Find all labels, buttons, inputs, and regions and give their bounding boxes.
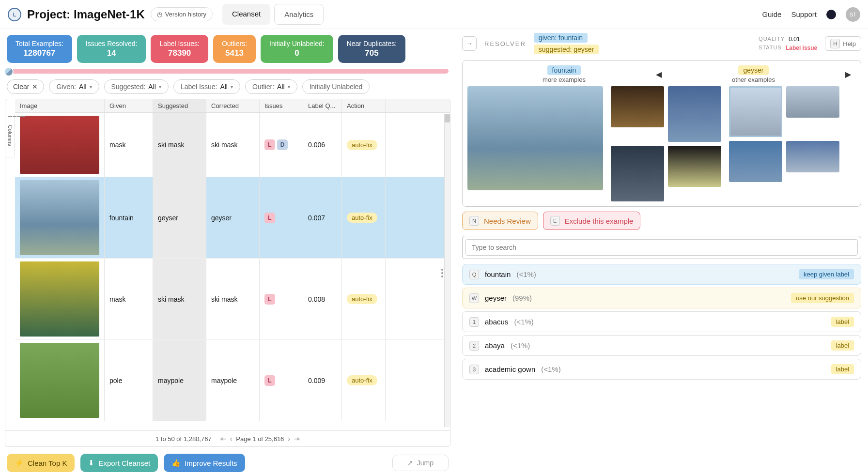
arrow-up-right-icon: ↗	[407, 459, 413, 467]
filter-initially-unlabeled[interactable]: Initially Unlabeled	[302, 79, 370, 94]
needs-review-button[interactable]: N Needs Review	[462, 212, 538, 230]
geyser-thumb[interactable]	[729, 86, 782, 137]
row-thumbnail[interactable]	[20, 116, 99, 174]
theme-toggle-icon[interactable]	[826, 10, 836, 19]
user-avatar[interactable]: ST	[846, 7, 860, 22]
stat-initially-unlabeled[interactable]: Initially Unlabeled: 0	[261, 35, 333, 63]
given-label-chip: given: fountain	[534, 33, 588, 43]
label-option[interactable]: W geyser (99%) use our suggestion	[462, 288, 861, 308]
col-action[interactable]: Action	[342, 99, 386, 112]
fountain-thumb[interactable]	[668, 146, 721, 187]
cell-quality: 0.007	[303, 177, 342, 258]
issue-badge-D: D	[277, 139, 288, 150]
clean-top-k-button[interactable]: ⚡ Clean Top K	[7, 454, 75, 472]
label-option[interactable]: 2 abaya (<1%) label	[462, 335, 861, 356]
guide-link[interactable]: Guide	[762, 10, 781, 18]
fountain-thumb[interactable]	[611, 86, 664, 127]
clock-icon: ◷	[157, 11, 162, 18]
version-history-button[interactable]: ◷ Version history	[151, 7, 213, 21]
prev-page-button[interactable]: ‹	[230, 435, 232, 443]
progress-marker-icon[interactable]	[4, 67, 14, 77]
first-page-button[interactable]: ⇤	[220, 435, 226, 443]
suggested-label-chip: suggested: geyser	[534, 45, 599, 54]
cell-given: mask	[105, 113, 153, 177]
chevron-down-icon: ▾	[288, 84, 290, 90]
page-indicator: Page 1 of 25,616	[236, 435, 284, 443]
last-page-button[interactable]: ⇥	[294, 435, 300, 443]
support-link[interactable]: Support	[791, 10, 817, 18]
cell-given: pole	[105, 340, 153, 421]
stat-outliers[interactable]: Outliers: 5413	[213, 35, 256, 63]
filter-outlier[interactable]: Outlier: All ▾	[245, 79, 297, 94]
prev-example-button[interactable]: ◀	[656, 70, 662, 79]
export-cleanset-button[interactable]: ⬇ Export Cleanset	[80, 454, 158, 472]
cell-corrected: geyser	[206, 177, 260, 258]
clear-filters-button[interactable]: Clear ✕	[7, 79, 44, 94]
table-row[interactable]: mask ski mask ski mask LD 0.006 auto-fix	[15, 113, 450, 177]
main-example-image[interactable]	[467, 86, 603, 190]
arrow-right-icon: →	[466, 40, 473, 47]
row-thumbnail[interactable]	[20, 261, 99, 337]
issue-badge-L: L	[264, 139, 275, 150]
cell-corrected: ski mask	[206, 113, 260, 177]
cell-corrected: maypole	[206, 340, 260, 421]
improve-results-button[interactable]: 👍 Improve Results	[164, 454, 245, 472]
cell-issues: L	[260, 340, 303, 421]
issue-badge-L: L	[264, 213, 275, 223]
tab-cleanset[interactable]: Cleanset	[222, 4, 270, 25]
label-option[interactable]: 1 abacus (<1%) label	[462, 311, 861, 332]
more-icon[interactable]	[441, 269, 443, 277]
fountain-thumb[interactable]	[611, 146, 664, 201]
columns-toggle[interactable]: Columns	[5, 114, 15, 157]
geyser-thumb[interactable]	[729, 141, 782, 182]
resolver-expand-button[interactable]: →	[462, 36, 477, 51]
label-search-input[interactable]	[465, 239, 858, 256]
cell-action: auto-fix	[342, 113, 386, 177]
row-thumbnail[interactable]	[20, 343, 99, 418]
col-issues[interactable]: Issues	[260, 99, 303, 112]
col-image[interactable]: Image	[15, 99, 105, 112]
cell-given: fountain	[105, 177, 153, 258]
filter-label-issue[interactable]: Label Issue: All ▾	[173, 79, 240, 94]
col-given[interactable]: Given	[105, 99, 153, 112]
cell-suggested: geyser	[153, 177, 206, 258]
geyser-thumb[interactable]	[786, 86, 839, 118]
cell-corrected: ski mask	[206, 259, 260, 339]
table-row[interactable]: mask ski mask ski mask L 0.008 auto-fix	[15, 259, 450, 340]
cell-issues: L	[260, 177, 303, 258]
geyser-thumb[interactable]	[786, 141, 839, 172]
col-suggested[interactable]: Suggested	[153, 99, 206, 112]
fountain-thumb[interactable]	[668, 86, 721, 142]
stat-label-issues[interactable]: Label Issues: 78390	[151, 35, 208, 63]
cell-suggested: maypole	[153, 340, 206, 421]
row-thumbnail[interactable]	[20, 180, 99, 255]
tab-analytics[interactable]: Analytics	[274, 4, 324, 25]
row-range: 1 to 50 of 1,280,767	[155, 435, 212, 443]
label-option[interactable]: Q fountain (<1%) keep given label	[462, 264, 861, 285]
cell-action: auto-fix	[342, 340, 386, 421]
col-quality[interactable]: Label Q...	[303, 99, 342, 112]
cell-quality: 0.006	[303, 113, 342, 177]
app-logo[interactable]: L	[8, 8, 21, 21]
download-icon: ⬇	[88, 459, 94, 467]
filter-suggested[interactable]: Suggested: All ▾	[104, 79, 169, 94]
compare-right-label: geyser	[738, 65, 768, 75]
filter-given[interactable]: Given: All ▾	[49, 79, 99, 94]
col-corrected[interactable]: Corrected	[206, 99, 260, 112]
exclude-example-button[interactable]: E Exclude this example	[543, 212, 641, 230]
progress-bar[interactable]	[7, 69, 449, 74]
cell-action: auto-fix	[342, 177, 386, 258]
next-page-button[interactable]: ›	[288, 435, 290, 443]
next-example-button[interactable]: ▶	[845, 70, 851, 79]
label-option[interactable]: 3 academic gown (<1%) label	[462, 359, 861, 380]
stat-total-examples[interactable]: Total Examples: 1280767	[7, 35, 72, 63]
stat-issues-resolved[interactable]: Issues Resolved: 14	[77, 35, 146, 63]
jump-button[interactable]: ↗ Jump	[392, 455, 449, 471]
project-title: Project: ImageNet-1K	[27, 8, 145, 21]
thumbs-up-icon: 👍	[171, 459, 181, 467]
table-row[interactable]: pole maypole maypole L 0.009 auto-fix	[15, 340, 450, 421]
stat-near-duplicates[interactable]: Near Duplicates: 705	[338, 35, 406, 63]
help-button[interactable]: H Help	[825, 36, 861, 51]
table-row[interactable]: fountain geyser geyser L 0.007 auto-fix	[15, 177, 450, 259]
vertical-scrollbar[interactable]	[444, 114, 450, 427]
